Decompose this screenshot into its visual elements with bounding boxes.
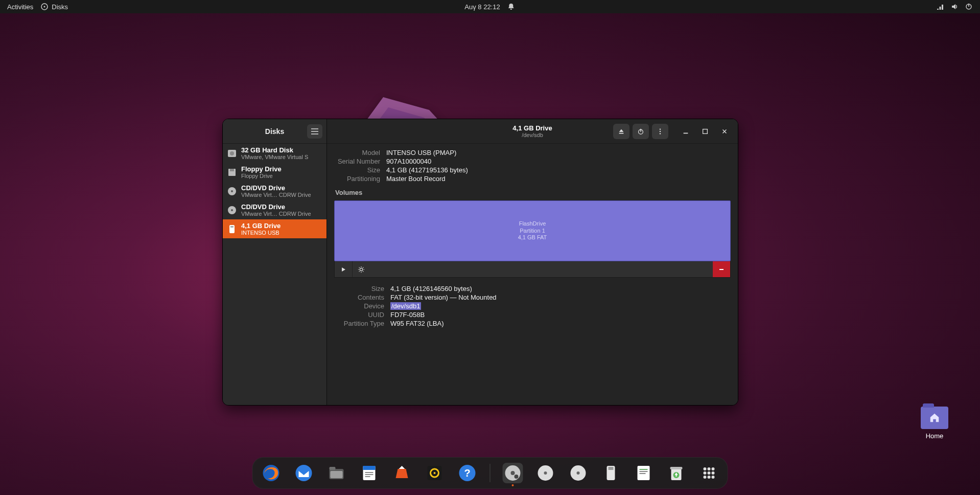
dock-help[interactable]: ? [457, 463, 478, 483]
svg-point-48 [577, 471, 580, 475]
drive-subtitle: Floppy Drive [241, 173, 282, 179]
model-value: INTENSO USB (PMAP) [380, 149, 456, 156]
svg-point-43 [511, 471, 515, 475]
hdd-icon [227, 148, 237, 159]
drive-subtitle: VMware, VMware Virtual S [241, 154, 308, 160]
drive-name: Floppy Drive [241, 165, 282, 173]
svg-text:?: ? [464, 467, 470, 479]
cd-icon [227, 186, 237, 196]
svg-point-63 [712, 471, 715, 475]
power-icon[interactable] [965, 3, 973, 11]
drive-item-floppy[interactable]: Floppy DriveFloppy Drive [223, 163, 326, 182]
svg-rect-23 [684, 132, 688, 133]
svg-rect-52 [640, 469, 648, 470]
app-menu-button[interactable] [307, 124, 322, 139]
svg-point-13 [231, 190, 233, 192]
sidebar-title: Disks [265, 127, 284, 136]
svg-point-61 [704, 471, 707, 475]
serial-label: Serial Number [334, 158, 380, 165]
drive-item-cd2[interactable]: CD/DVD DriveVMware Virt… CDRW Drive [223, 200, 326, 219]
app-menu[interactable]: Disks [40, 3, 68, 11]
svg-rect-33 [363, 466, 376, 470]
dock: ? [252, 457, 728, 489]
vol-device-value[interactable]: /dev/sdb1 [390, 302, 421, 310]
svg-rect-53 [640, 471, 648, 472]
svg-point-60 [712, 467, 715, 470]
volume-settings-button[interactable] [352, 261, 369, 277]
disks-icon [40, 3, 49, 11]
svg-rect-54 [640, 473, 646, 474]
drive-name: 32 GB Hard Disk [241, 146, 308, 154]
mount-button[interactable] [335, 261, 352, 277]
svg-point-15 [231, 209, 233, 211]
notification-icon[interactable] [507, 3, 516, 11]
drive-menu-button[interactable] [652, 124, 668, 139]
volume-toolbar [334, 261, 731, 278]
dock-trash[interactable] [666, 463, 687, 483]
vol-device-label: Device [334, 302, 384, 310]
svg-point-59 [708, 467, 711, 470]
vol-uuid-label: UUID [334, 311, 384, 319]
disks-window: Disks 32 GB Hard DiskVMware, VMware Virt… [222, 119, 738, 406]
dock-usb[interactable] [601, 463, 621, 483]
dock-cd2[interactable] [568, 463, 589, 483]
drive-item-hdd[interactable]: 32 GB Hard DiskVMware, VMware Virtual S [223, 144, 326, 163]
svg-rect-35 [365, 474, 374, 475]
dock-thunderbird[interactable] [294, 463, 314, 483]
svg-point-21 [660, 130, 661, 131]
dock-cd1[interactable] [535, 463, 556, 483]
dock-rhythmbox[interactable] [425, 463, 445, 483]
partitioning-label: Partitioning [334, 175, 380, 183]
header-title: 4,1 GB Drive [512, 124, 552, 132]
dock-firefox[interactable] [261, 463, 282, 483]
power-off-drive-button[interactable] [633, 124, 649, 139]
drive-item-usb[interactable]: 4,1 GB DriveINTENSO USB [223, 219, 326, 238]
eject-button[interactable] [613, 124, 629, 139]
drive-name: 4,1 GB Drive [241, 222, 281, 230]
volume-icon[interactable] [950, 3, 959, 11]
volume-size-label: 4,1 GB FAT [518, 234, 547, 241]
delete-partition-button[interactable] [713, 261, 730, 277]
size-value: 4,1 GB (4127195136 bytes) [380, 166, 468, 174]
svg-rect-30 [330, 467, 336, 470]
svg-point-9 [230, 151, 234, 155]
window-headerbar: 4,1 GB Drive /dev/sdb [327, 119, 738, 144]
volume-partition[interactable]: FlashDrive Partition 1 4,1 GB FAT [334, 200, 731, 261]
drive-name: CD/DVD Drive [241, 203, 311, 211]
partitioning-value: Master Boot Record [380, 175, 446, 183]
svg-rect-34 [365, 472, 374, 473]
desktop-home-folder[interactable]: Home [921, 407, 948, 440]
close-button[interactable] [716, 124, 733, 139]
network-icon[interactable] [936, 3, 944, 11]
svg-point-64 [704, 476, 707, 479]
vol-uuid-value: FD7F-058B [384, 311, 425, 319]
activities-button[interactable]: Activities [7, 3, 33, 11]
svg-rect-31 [331, 471, 343, 478]
floppy-icon [227, 167, 237, 177]
maximize-button[interactable] [697, 124, 713, 139]
dock-text-editor[interactable] [634, 463, 654, 483]
svg-point-20 [660, 128, 661, 129]
drive-item-cd1[interactable]: CD/DVD DriveVMware Virt… CDRW Drive [223, 182, 326, 200]
dock-files[interactable] [326, 463, 347, 483]
minimize-button[interactable] [678, 124, 694, 139]
serial-value: 907A10000040 [380, 158, 431, 165]
desktop-home-label: Home [926, 432, 944, 440]
clock[interactable]: Auγ 8 22:12 [464, 3, 500, 11]
drive-subtitle: VMware Virt… CDRW Drive [241, 192, 311, 198]
vol-pt-label: Partition Type [334, 320, 384, 327]
svg-point-58 [704, 467, 707, 470]
svg-point-28 [296, 465, 312, 481]
svg-rect-56 [670, 467, 683, 469]
dock-show-apps[interactable] [699, 463, 719, 483]
svg-rect-36 [365, 476, 370, 477]
dock-software[interactable] [392, 463, 412, 483]
cd-icon [227, 205, 237, 215]
svg-point-5 [44, 6, 45, 8]
volume-name: FlashDrive [518, 220, 547, 228]
svg-rect-24 [703, 129, 708, 133]
dock-disks[interactable] [503, 463, 523, 483]
header-subtitle: /dev/sdb [512, 132, 552, 138]
dock-libreoffice-writer[interactable] [359, 463, 380, 483]
dock-separator [490, 464, 491, 482]
